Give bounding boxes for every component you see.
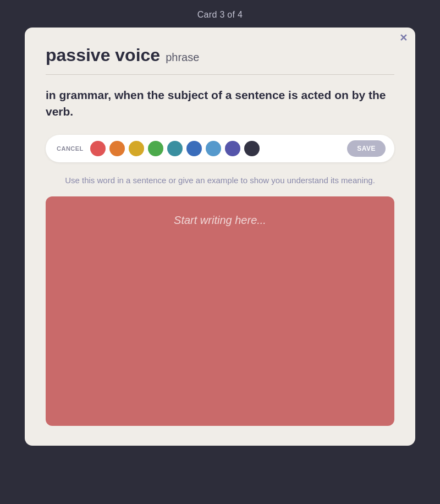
card-title-row: passive voice phrase [46,45,394,65]
color-dots [90,141,343,156]
top-bar: Card 3 of 4 [0,0,440,28]
card-definition: in grammar, when the subject of a senten… [46,87,394,120]
divider [46,74,394,75]
color-dot-teal[interactable] [167,141,183,156]
save-button[interactable]: SAVE [347,140,386,157]
color-dot-dark[interactable] [244,141,260,156]
color-dot-red[interactable] [90,141,106,156]
color-dot-light-blue[interactable] [206,141,221,156]
color-dot-yellow[interactable] [129,141,144,156]
color-dot-green[interactable] [148,141,163,156]
card-counter: Card 3 of 4 [197,10,243,20]
card-term-bold: passive voice [46,45,160,65]
writing-area[interactable]: Start writing here... [46,196,394,426]
close-button[interactable]: ✕ [399,33,408,43]
writing-placeholder: Start writing here... [174,214,266,227]
cancel-button[interactable]: CANCEL [54,145,86,152]
color-dot-orange[interactable] [109,141,125,156]
color-dot-blue[interactable] [186,141,202,156]
color-dot-indigo[interactable] [225,141,240,156]
color-picker-row: CANCEL SAVE [46,135,394,162]
card-container: ✕ passive voice phrase in grammar, when … [25,28,415,446]
instruction-text: Use this word in a sentence or give an e… [46,174,394,187]
card-term-type: phrase [166,51,199,64]
